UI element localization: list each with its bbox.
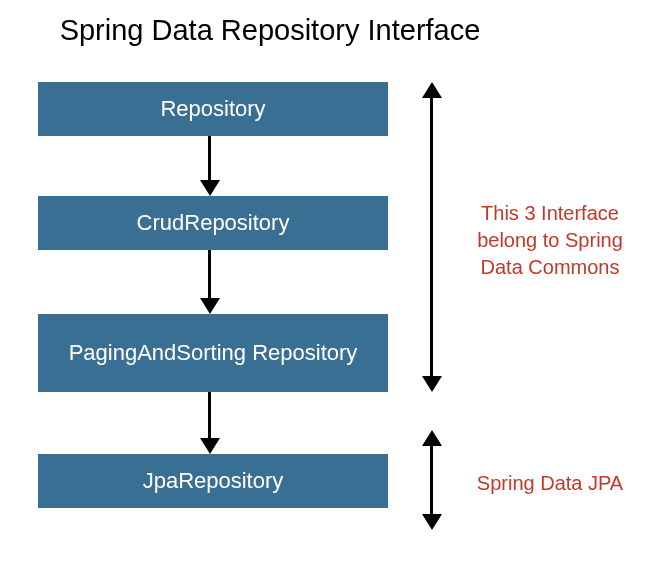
box-paging-and-sorting-repository: PagingAndSorting Repository <box>38 314 388 392</box>
diagram-canvas: Spring Data Repository Interface Reposit… <box>0 0 650 576</box>
diagram-title: Spring Data Repository Interface <box>0 14 540 47</box>
box-repository: Repository <box>38 82 388 136</box>
box-label: JpaRepository <box>143 468 284 494</box>
box-crud-repository: CrudRepository <box>38 196 388 250</box>
annotation-jpa: Spring Data JPA <box>465 470 635 497</box>
box-label: Repository <box>160 96 265 122</box>
box-label: CrudRepository <box>137 210 290 236</box>
annotation-commons: This 3 Interface belong to Spring Data C… <box>465 200 635 281</box>
box-label: PagingAndSorting Repository <box>69 340 358 366</box>
box-jpa-repository: JpaRepository <box>38 454 388 508</box>
